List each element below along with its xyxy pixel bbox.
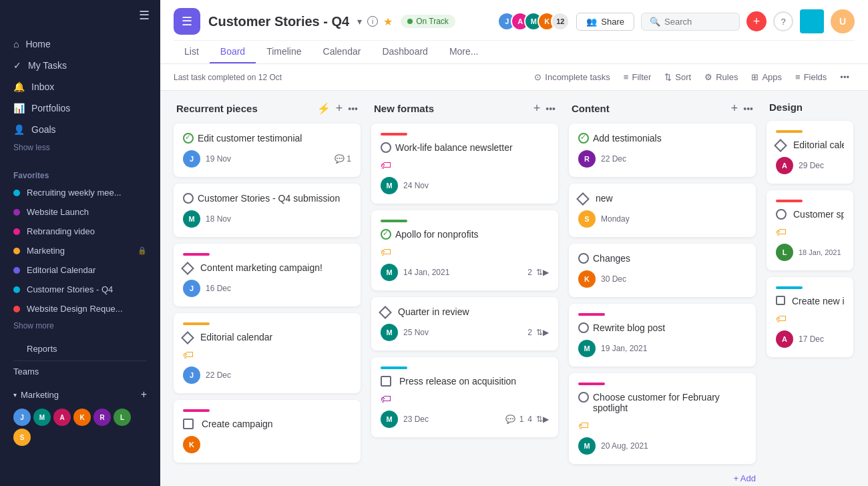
column-content: Content + ••• Add testimonials R 22 Dec … [569, 101, 756, 486]
filter-button[interactable]: ≡ Filter [618, 69, 656, 85]
add-item-button[interactable]: + Add [733, 473, 756, 483]
avatar: J [183, 367, 200, 384]
sidebar-item-my-tasks[interactable]: ✓ My Tasks [0, 55, 160, 76]
search-box: 🔍 [641, 13, 740, 31]
tab-dashboard[interactable]: Dashboard [371, 41, 439, 63]
help-button[interactable]: ? [773, 11, 793, 31]
sidebar-toggle[interactable]: ☰ [139, 8, 150, 23]
share-icon: 👥 [586, 17, 597, 27]
avatar: S [13, 429, 31, 446]
sidebar-item-editorial[interactable]: Editorial Calendar [0, 260, 160, 280]
star-icon[interactable]: ★ [383, 15, 393, 28]
sidebar-item-customer-stories[interactable]: Customer Stories - Q4 [0, 280, 160, 299]
teams-label: Teams [13, 362, 147, 381]
tab-calendar[interactable]: Calendar [312, 41, 372, 63]
avatar: A [776, 330, 793, 348]
filter-icon: ≡ [624, 72, 629, 82]
add-column-item-recurrent[interactable]: + [336, 101, 343, 115]
rules-button[interactable]: ⚙ Rules [699, 69, 743, 85]
status-badge: On Track [401, 15, 455, 28]
toolbar: Last task completed on 12 Oct ⊙ Incomple… [160, 64, 868, 91]
user-avatar[interactable]: U [831, 9, 855, 33]
color-bar [183, 253, 210, 256]
add-column-item-content[interactable]: + [731, 101, 738, 115]
card-choose-customer: Choose customer for February spotlight 🏷… [569, 373, 756, 464]
toolbar-right: ⊙ Incomplete tasks ≡ Filter ⇅ Sort ⚙ Rul… [529, 69, 855, 85]
sidebar-item-inbox[interactable]: 🔔 Inbox [0, 76, 160, 97]
incomplete-tasks-filter[interactable]: ⊙ Incomplete tasks [529, 69, 616, 85]
sort-icon: ⇅ [664, 72, 672, 82]
sub-count: 2 [527, 328, 532, 337]
avatar: K [578, 270, 596, 288]
column-more-new-formats[interactable]: ••• [546, 103, 556, 114]
add-column-item-new-formats[interactable]: + [533, 101, 541, 115]
avatar: M [578, 437, 596, 455]
tab-list[interactable]: List [174, 41, 210, 63]
column-header-recurrent: Recurrent pieces ⚡ + ••• [174, 101, 361, 115]
color-bar [183, 322, 210, 325]
sidebar-item-reports[interactable]: Reports [13, 338, 147, 359]
divider [13, 360, 147, 361]
sidebar-item-goals[interactable]: 👤 Goals [0, 119, 160, 140]
show-less-toggle[interactable]: Show less [0, 140, 160, 158]
card-quarter-review: Quarter in review M 25 Nov 2 ⇅▶ [371, 297, 558, 350]
header-right: J A M K 12 👥 Share 🔍 + ? U [497, 9, 855, 33]
fav-dot [13, 190, 20, 196]
avatar: M [381, 177, 398, 194]
add-team-icon[interactable]: + [141, 389, 147, 401]
sub-count: 2 [527, 268, 532, 277]
avatar-count: 12 [551, 12, 570, 31]
add-button[interactable]: + [746, 11, 767, 31]
tag-icon-pink: 🏷 [381, 160, 549, 172]
filter-circle-icon: ⊙ [534, 72, 541, 82]
info-icon[interactable]: i [367, 16, 378, 27]
avatar: K [73, 409, 91, 426]
favorites-label: Favorites [0, 163, 160, 183]
sort-button[interactable]: ⇅ Sort [659, 69, 696, 85]
avatars-group: J A M K 12 [497, 12, 570, 31]
check-icon [381, 142, 391, 153]
sidebar-item-rebranding[interactable]: Rebranding video [0, 222, 160, 241]
column-header-content: Content + ••• [569, 101, 756, 115]
more-options-button[interactable]: ••• [835, 69, 855, 85]
search-input[interactable] [664, 17, 731, 27]
fields-button[interactable]: ≡ Fields [790, 69, 832, 85]
column-header-design: Design [767, 101, 853, 113]
diamond-icon [576, 192, 590, 206]
tab-timeline[interactable]: Timeline [256, 41, 312, 63]
share-button[interactable]: 👥 Share [576, 13, 634, 31]
avatar: M [381, 324, 398, 341]
last-task-label: Last task completed on 12 Oct [174, 73, 282, 82]
chevron-down-icon[interactable]: ▾ [357, 16, 362, 27]
sidebar-item-marketing[interactable]: Marketing 🔒 [0, 241, 160, 260]
show-more-toggle[interactable]: Show more [0, 318, 160, 336]
inbox-icon [183, 419, 194, 429]
sidebar-item-portfolios[interactable]: 📊 Portfolios [0, 97, 160, 119]
apps-button[interactable]: ⊞ Apps [746, 69, 787, 85]
sidebar-item-recruiting[interactable]: Recruiting weekly mee... [0, 183, 160, 202]
status-dot [407, 19, 413, 24]
teams-marketing-header[interactable]: ▾ Marketing + [13, 383, 147, 406]
tab-board[interactable]: Board [210, 41, 256, 63]
check-icon [578, 253, 589, 264]
diamond-icon [181, 262, 194, 275]
avatar: A [776, 157, 793, 174]
fav-dot [13, 306, 20, 312]
favorites-section: Favorites Recruiting weekly mee... Websi… [0, 160, 160, 338]
lightning-icon: ⚡ [317, 102, 331, 115]
chart-icon: 📊 [13, 103, 25, 113]
add-row-section: + Add [569, 471, 756, 486]
tab-more[interactable]: More... [439, 41, 489, 63]
sidebar-item-website-design[interactable]: Website Design Reque... [0, 299, 160, 318]
avatar: R [578, 150, 596, 168]
project-icon: ☰ [174, 8, 200, 35]
sidebar-item-home[interactable]: ⌂ Home [0, 33, 160, 55]
fav-dot [13, 286, 20, 293]
column-more-content[interactable]: ••• [743, 103, 753, 114]
column-more-recurrent[interactable]: ••• [348, 103, 358, 114]
card-apollo-nonprofits: Apollo for nonprofits 🏷 M 14 Jan, 2021 2… [371, 210, 558, 290]
tag-icon: 🏷 [776, 313, 844, 325]
diamond-icon [379, 306, 392, 319]
sidebar-item-website-launch[interactable]: Website Launch [0, 202, 160, 222]
fav-dot [13, 267, 20, 274]
